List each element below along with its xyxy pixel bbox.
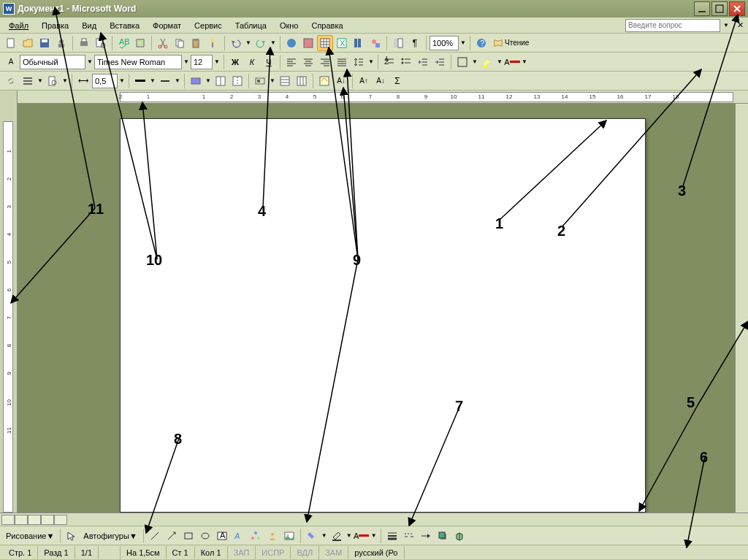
shading-button[interactable] — [132, 73, 148, 89]
status-rec[interactable]: ЗАП — [228, 546, 256, 559]
3d-button[interactable] — [451, 528, 468, 544]
clipart-button[interactable] — [264, 528, 280, 544]
question-dropdown-icon[interactable]: ▼ — [723, 22, 729, 28]
insert-picture-button[interactable] — [281, 528, 297, 544]
menu-insert[interactable]: Вставка — [104, 20, 145, 31]
status-track[interactable]: ИСПР — [256, 546, 291, 559]
help-question-input[interactable] — [625, 19, 720, 32]
insert-rows-dropdown[interactable]: ▼ — [205, 77, 212, 84]
insert-rows-button[interactable] — [188, 73, 204, 89]
highlight-dropdown[interactable]: ▼ — [496, 58, 503, 65]
borders-button[interactable] — [454, 54, 470, 70]
status-language[interactable]: русский (Ро — [348, 546, 404, 559]
font-size-combo[interactable]: 12 — [191, 55, 213, 69]
research-button[interactable] — [132, 35, 148, 51]
menu-edit[interactable]: Правка — [36, 20, 75, 31]
spacing-combo[interactable]: 0,5 — [92, 74, 118, 88]
table-align-dropdown[interactable]: ▼ — [269, 77, 276, 84]
help-button[interactable]: ? — [473, 35, 489, 51]
reading-mode-button[interactable]: Чтение — [490, 35, 532, 51]
table-align-button[interactable] — [252, 73, 268, 89]
print-preview-button[interactable] — [93, 35, 109, 51]
doc-inspect-dropdown[interactable]: ▼ — [61, 77, 69, 84]
document-page[interactable] — [120, 118, 646, 513]
drawing-menu-button[interactable]: Рисование▼ — [3, 528, 57, 544]
line-button[interactable] — [147, 528, 163, 544]
bullets-button[interactable] — [398, 54, 414, 70]
line-spacing-button[interactable] — [351, 54, 367, 70]
line-weight-dropdown[interactable]: ▼ — [174, 77, 181, 84]
arrow-button[interactable] — [164, 528, 180, 544]
font-size-dropdown[interactable]: ▼ — [213, 58, 221, 65]
undo-dropdown[interactable]: ▼ — [245, 39, 252, 46]
font-color-draw-button[interactable]: A — [354, 528, 370, 544]
select-objects-button[interactable] — [64, 528, 80, 544]
font-dropdown[interactable]: ▼ — [183, 58, 190, 65]
horizontal-ruler[interactable]: 21123456789101112131415161718 — [0, 91, 748, 104]
shading-dropdown[interactable]: ▼ — [149, 77, 156, 84]
save-button[interactable] — [37, 35, 53, 51]
cut-button[interactable] — [155, 35, 171, 51]
line-spacing-dropdown[interactable]: ▼ — [367, 58, 375, 65]
style-dropdown[interactable]: ▼ — [86, 58, 94, 65]
font-color-button[interactable]: A — [504, 54, 520, 70]
underline-button[interactable]: Ч — [261, 54, 277, 70]
ruler-corner[interactable] — [0, 91, 18, 104]
close-button[interactable] — [729, 1, 745, 16]
vertical-scrollbar[interactable] — [735, 104, 748, 513]
doc-map-button[interactable] — [390, 35, 406, 51]
align-justify-button[interactable] — [334, 54, 350, 70]
rectangle-button[interactable] — [180, 528, 196, 544]
vertical-ruler[interactable]: 1234567891011 — [0, 104, 18, 513]
list-option-dropdown[interactable]: ▼ — [37, 77, 44, 84]
line-weight-button[interactable] — [157, 73, 173, 89]
new-doc-button[interactable] — [3, 35, 19, 51]
style-combo[interactable]: Обычный — [20, 55, 85, 69]
zoom-dropdown[interactable]: ▼ — [459, 39, 467, 46]
menu-view[interactable]: Вид — [76, 20, 102, 31]
redo-dropdown[interactable]: ▼ — [270, 39, 277, 46]
show-marks-button[interactable]: ¶ — [407, 35, 423, 51]
oval-button[interactable] — [197, 528, 213, 544]
open-button[interactable] — [20, 35, 36, 51]
permissions-button[interactable] — [53, 35, 69, 51]
redo-button[interactable] — [253, 35, 269, 51]
distribute-cols-button[interactable] — [294, 73, 310, 89]
diagram-button[interactable] — [248, 528, 264, 544]
menu-help[interactable]: Справка — [305, 20, 348, 31]
insert-table-button[interactable] — [317, 35, 333, 51]
split-cells-button[interactable] — [229, 73, 245, 89]
arrow-style-button[interactable] — [418, 528, 434, 544]
tables-borders-button[interactable] — [300, 35, 316, 51]
autoshapes-button[interactable]: Автофигуры▼ — [80, 528, 140, 544]
undo-button[interactable] — [228, 35, 244, 51]
fill-color-dropdown[interactable]: ▼ — [321, 532, 328, 539]
minimize-button[interactable] — [694, 1, 710, 16]
line-style-button[interactable] — [384, 528, 400, 544]
textbox-button[interactable]: A — [214, 528, 230, 544]
line-color-button[interactable] — [329, 528, 345, 544]
italic-button[interactable]: К — [244, 54, 260, 70]
horizontal-scrollbar[interactable] — [0, 513, 748, 526]
menu-file[interactable]: Файл — [3, 20, 34, 31]
text-direction-button[interactable]: A↓ — [333, 73, 349, 89]
styles-button[interactable]: A — [3, 54, 19, 70]
reading-view-button[interactable] — [54, 515, 67, 525]
outline-view-button[interactable] — [41, 515, 54, 525]
char-spacing-button[interactable]: ⟷ — [75, 73, 91, 89]
sort-desc-button[interactable]: A↓ — [373, 73, 389, 89]
font-color-draw-dropdown[interactable]: ▼ — [370, 532, 378, 539]
maximize-button[interactable] — [711, 1, 728, 16]
align-center-button[interactable] — [300, 54, 316, 70]
autosum-button[interactable]: Σ — [389, 73, 405, 89]
distribute-rows-button[interactable] — [277, 73, 293, 89]
sort-asc-button[interactable]: A↑ — [356, 73, 372, 89]
spellcheck-button[interactable]: ABC — [115, 35, 131, 51]
print-view-button[interactable] — [28, 515, 41, 525]
autoformat-button[interactable] — [316, 73, 332, 89]
increase-indent-button[interactable] — [432, 54, 448, 70]
status-ovr[interactable]: ЗАМ — [319, 546, 348, 559]
dash-style-button[interactable] — [401, 528, 417, 544]
document-close-button[interactable]: ✕ — [735, 20, 745, 31]
copy-button[interactable] — [172, 35, 188, 51]
